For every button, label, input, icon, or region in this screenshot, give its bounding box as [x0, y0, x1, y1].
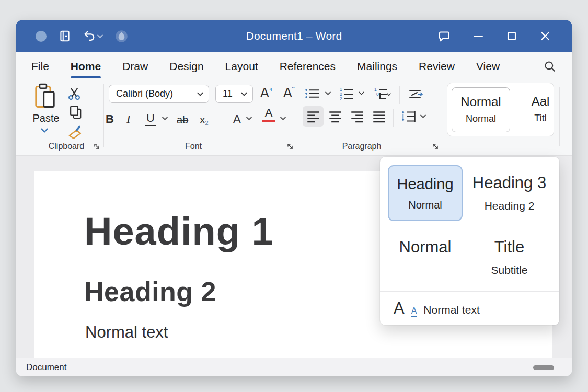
style-option-title[interactable]: Title Subtitle — [471, 238, 547, 276]
clipboard-group-label: Clipboard — [43, 142, 90, 151]
search-icon[interactable] — [543, 60, 557, 73]
style-option-heading3[interactable]: Heading 3 Heading 2 — [471, 174, 547, 212]
font-family-chevron-icon — [197, 92, 203, 96]
document-heading2: Heading 2 — [84, 276, 216, 307]
font-dialog-launcher-icon[interactable] — [286, 143, 294, 150]
font-color-swatch — [262, 120, 275, 122]
underline-chevron-icon[interactable] — [162, 117, 168, 120]
superscript-button[interactable]: x2 — [200, 107, 209, 128]
style-option-normal-text[interactable]: A A Normal text — [394, 299, 480, 318]
panel-divider — [380, 291, 559, 292]
style-option-normal[interactable]: Normal — [388, 238, 463, 257]
tab-view[interactable]: View — [476, 52, 500, 80]
svg-text:0: 0 — [376, 91, 379, 97]
format-painter-button[interactable] — [66, 124, 84, 140]
align-left-button[interactable] — [306, 110, 320, 123]
tab-review[interactable]: Review — [419, 52, 455, 80]
style-title-card[interactable]: Aal Titl — [514, 87, 554, 132]
justify-button[interactable] — [372, 110, 386, 123]
numbering-chevron-icon[interactable] — [359, 91, 364, 95]
close-button[interactable] — [539, 30, 551, 42]
font-size-value: 11 — [223, 88, 233, 99]
text-effects-button[interactable]: A — [233, 107, 241, 128]
mini-font-icon: A — [411, 306, 418, 317]
tab-file[interactable]: File — [31, 52, 49, 80]
redo-droplet-icon[interactable] — [114, 29, 129, 43]
paste-dropdown-chevron-icon[interactable] — [41, 128, 48, 133]
cut-button[interactable] — [67, 86, 82, 101]
status-document-label: Document — [26, 362, 66, 373]
svg-text:2: 2 — [340, 96, 342, 101]
align-right-button[interactable] — [350, 110, 364, 123]
paragraph-dialog-launcher-icon[interactable] — [432, 143, 439, 150]
paste-button[interactable] — [33, 83, 57, 110]
title-bar: Document1 – Word — [16, 20, 572, 52]
style-normal-card[interactable]: Normal Normal — [452, 87, 510, 132]
tab-layout[interactable]: Layout — [225, 52, 258, 80]
strikethrough-button[interactable]: ab — [177, 107, 188, 128]
font-group-label: Font — [172, 142, 214, 151]
underline-button[interactable]: U — [145, 107, 156, 128]
maximize-button[interactable] — [505, 30, 518, 42]
undo-icon[interactable] — [83, 30, 96, 43]
numbering-button[interactable]: 122 — [339, 86, 354, 101]
tab-design[interactable]: Design — [169, 52, 203, 80]
comments-icon[interactable] — [437, 29, 451, 43]
font-family-select[interactable]: Calibri (Body) — [109, 85, 209, 103]
ribbon: Paste Clipboard — [16, 80, 572, 156]
tab-home[interactable]: Home — [71, 52, 101, 80]
sort-indent-button[interactable] — [408, 87, 425, 101]
undo-dropdown-chevron-icon[interactable] — [97, 34, 103, 38]
document-heading1: Heading 1 — [84, 209, 274, 253]
app-menu-circle-icon[interactable] — [36, 31, 47, 42]
clipboard-dialog-launcher-icon[interactable] — [93, 143, 100, 150]
tab-mailings[interactable]: Mailings — [357, 52, 397, 80]
line-spacing-chevron-icon[interactable] — [420, 114, 426, 118]
font-size-chevron-icon — [241, 92, 247, 96]
styles-gallery: Normal Normal Aal Titl — [447, 83, 554, 136]
text-effects-chevron-icon[interactable] — [246, 117, 252, 120]
font-color-chevron-icon[interactable] — [280, 117, 286, 120]
styles-dropdown-panel: Heading Normal Heading 3 Heading 2 Norma… — [380, 157, 559, 325]
font-letter-icon: A — [394, 299, 405, 318]
minimize-button[interactable] — [472, 30, 485, 42]
paste-label[interactable]: Paste — [31, 112, 61, 124]
bullets-chevron-icon[interactable] — [325, 91, 331, 95]
document-body-text: Normal text — [85, 323, 168, 342]
status-bar: Document — [16, 358, 572, 376]
tab-references[interactable]: References — [280, 52, 336, 80]
resize-handle[interactable] — [533, 365, 554, 370]
paragraph-group-label: Paragraph — [336, 142, 388, 151]
align-center-button[interactable] — [328, 110, 342, 123]
font-color-button[interactable]: A — [262, 107, 275, 128]
grow-font-button[interactable]: A⁴ — [260, 85, 272, 100]
style-option-heading-selected[interactable]: Heading Normal — [388, 165, 463, 221]
tab-draw[interactable]: Draw — [122, 52, 148, 80]
font-family-value: Calibri (Body) — [116, 88, 173, 99]
bullets-button[interactable] — [304, 87, 320, 101]
bold-button[interactable]: B — [106, 107, 114, 128]
shrink-font-button[interactable]: Aˇ — [283, 85, 294, 100]
line-spacing-button[interactable] — [400, 109, 417, 124]
italic-button[interactable]: I — [126, 107, 130, 128]
ribbon-tab-bar: File Home Draw Design Layout References … — [16, 52, 572, 80]
copy-button[interactable] — [68, 104, 84, 121]
save-icon[interactable] — [58, 29, 72, 43]
font-size-select[interactable]: 11 — [215, 85, 253, 103]
word-window: Document1 – Word File Home Draw Design L… — [16, 20, 572, 376]
multilevel-list-button[interactable]: 10 — [373, 86, 392, 101]
